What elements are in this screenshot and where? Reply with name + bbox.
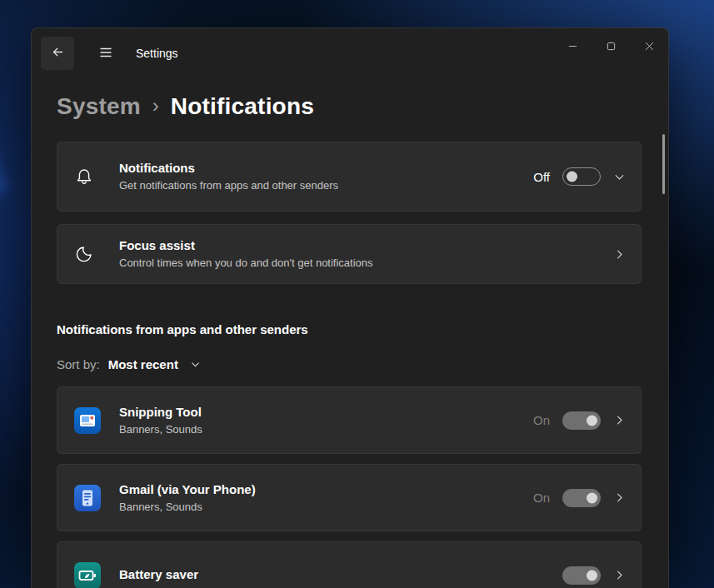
- snipping-tool-icon: [74, 407, 101, 434]
- app-notification-types: Banners, Sounds: [119, 500, 533, 515]
- app-card-actions: [550, 566, 626, 585]
- battery-saver-toggle[interactable]: [562, 566, 601, 585]
- hamburger-menu-icon: [98, 45, 113, 62]
- app-toggle-state-label: On: [533, 413, 550, 427]
- back-button[interactable]: [41, 37, 74, 70]
- focus-assist-card-actions: [613, 248, 626, 261]
- focus-assist-card[interactable]: Focus assist Control times when you do a…: [57, 224, 642, 284]
- hamburger-menu-button[interactable]: [89, 37, 122, 70]
- close-icon: [645, 41, 654, 53]
- app-name: Gmail (via Your Phone): [119, 481, 533, 498]
- app-title: Settings: [136, 47, 178, 60]
- sort-by-dropdown[interactable]: Sort by: Most recent: [57, 353, 201, 375]
- chevron-down-icon[interactable]: [613, 171, 626, 183]
- chevron-right-icon: [613, 491, 626, 504]
- app-card-text: Gmail (via Your Phone) Banners, Sounds: [119, 481, 533, 515]
- app-notification-types: Banners, Sounds: [119, 422, 533, 437]
- minimize-icon: [568, 41, 577, 53]
- settings-window: Settings System › Notificatio: [31, 27, 669, 588]
- chevron-right-icon: [613, 414, 626, 426]
- titlebar: Settings: [32, 28, 668, 78]
- page-title: Notifications: [171, 93, 314, 120]
- back-arrow-icon: [51, 45, 65, 62]
- notifications-card-actions: Off: [533, 167, 626, 186]
- snipping-tool-toggle[interactable]: [562, 411, 601, 430]
- toggle-knob: [587, 415, 597, 426]
- window-controls: [553, 28, 668, 65]
- minimize-button[interactable]: [553, 28, 592, 65]
- sort-by-value: Most recent: [108, 357, 178, 371]
- app-card-text: Snipping Tool Banners, Sounds: [119, 404, 533, 437]
- app-card-actions: On: [533, 411, 626, 430]
- notifications-toggle[interactable]: [562, 167, 601, 186]
- gmail-icon: [74, 485, 101, 511]
- notifications-toggle-state-label: Off: [533, 170, 550, 184]
- app-name: Battery saver: [119, 566, 550, 583]
- settings-page-notifications: System › Notifications Notifications Get…: [32, 90, 668, 588]
- chevron-right-icon: [613, 248, 626, 261]
- battery-saver-icon: [74, 562, 101, 588]
- maximize-icon: [607, 41, 616, 53]
- gmail-toggle[interactable]: [562, 489, 601, 507]
- toggle-knob: [567, 172, 577, 182]
- breadcrumb: System › Notifications: [57, 90, 642, 123]
- app-card-actions: On: [533, 489, 626, 507]
- notifications-card[interactable]: Notifications Get notifications from app…: [57, 142, 642, 212]
- crescent-moon-icon: [74, 244, 94, 264]
- notifications-card-title: Notifications: [119, 160, 533, 177]
- breadcrumb-system[interactable]: System: [57, 93, 141, 120]
- close-button[interactable]: [630, 28, 668, 65]
- maximize-button[interactable]: [592, 28, 630, 65]
- notifications-card-text: Notifications Get notifications from app…: [119, 160, 533, 193]
- apps-section-header: Notifications from apps and other sender…: [57, 322, 642, 336]
- toggle-knob: [587, 570, 597, 581]
- focus-assist-card-title: Focus assist: [119, 237, 613, 254]
- app-card-text: Battery saver: [119, 566, 550, 585]
- focus-assist-card-text: Focus assist Control times when you do a…: [119, 237, 613, 271]
- scrollbar[interactable]: [662, 134, 665, 194]
- chevron-right-icon: [613, 569, 626, 581]
- notifications-card-subtitle: Get notifications from apps and other se…: [119, 178, 533, 193]
- sort-by-label: Sort by:: [57, 357, 100, 371]
- breadcrumb-separator-icon: ›: [152, 94, 159, 117]
- bell-icon: [74, 167, 94, 187]
- focus-assist-card-subtitle: Control times when you do and don't get …: [119, 256, 613, 271]
- app-card-gmail[interactable]: Gmail (via Your Phone) Banners, Sounds O…: [57, 464, 642, 531]
- chevron-down-icon: [190, 359, 201, 370]
- app-card-snipping-tool[interactable]: Snipping Tool Banners, Sounds On: [57, 386, 642, 454]
- app-name: Snipping Tool: [119, 404, 533, 421]
- app-toggle-state-label: On: [533, 491, 550, 505]
- app-card-battery-saver[interactable]: Battery saver: [57, 541, 642, 588]
- toggle-knob: [587, 492, 597, 503]
